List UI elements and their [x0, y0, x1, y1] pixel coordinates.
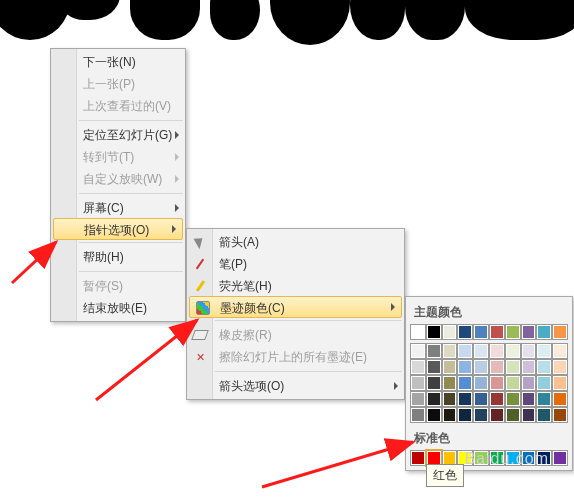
submenu-pointer-options: 箭头(A) 笔(P) 荧光笔(H) 墨迹颜色(C) 橡皮擦(R) 擦除幻灯片上的…: [186, 228, 405, 400]
mi-end-show[interactable]: 结束放映(E): [51, 297, 185, 319]
color-swatch[interactable]: [474, 408, 488, 422]
chevron-right-icon: [172, 225, 176, 233]
mi-custom-show: 自定义放映(W): [51, 168, 185, 190]
color-swatch[interactable]: [506, 408, 520, 422]
color-swatch[interactable]: [553, 451, 567, 465]
color-swatch[interactable]: [427, 392, 441, 406]
pen-icon: [192, 256, 208, 272]
mi-pointer-options[interactable]: 指针选项(O): [53, 218, 183, 240]
color-swatch[interactable]: [474, 376, 488, 390]
chevron-right-icon: [175, 153, 179, 161]
color-swatch[interactable]: [427, 451, 441, 465]
color-swatch[interactable]: [506, 392, 520, 406]
standard-colors-header: 标准色: [410, 427, 568, 450]
color-swatch[interactable]: [537, 325, 551, 339]
mi-pen[interactable]: 笔(P): [187, 253, 404, 275]
color-swatch[interactable]: [553, 360, 567, 374]
color-swatch[interactable]: [490, 344, 504, 358]
color-swatch[interactable]: [458, 360, 472, 374]
mi-goto-slide[interactable]: 定位至幻灯片(G): [51, 124, 185, 146]
color-swatch[interactable]: [427, 408, 441, 422]
color-tooltip: 红色: [426, 464, 464, 487]
cursor-icon: [192, 234, 208, 250]
mi-goto-section: 转到节(T): [51, 146, 185, 168]
color-swatch[interactable]: [506, 344, 520, 358]
mi-next-slide[interactable]: 下一张(N): [51, 51, 185, 73]
color-swatch[interactable]: [458, 392, 472, 406]
color-swatch[interactable]: [506, 376, 520, 390]
color-swatch[interactable]: [443, 325, 457, 339]
color-swatch[interactable]: [427, 344, 441, 358]
color-swatch[interactable]: [458, 376, 472, 390]
watermark: Baidu.com: [464, 450, 549, 468]
mi-help[interactable]: 帮助(H): [51, 246, 185, 268]
color-swatch[interactable]: [411, 376, 425, 390]
color-palette: 主题颜色 标准色: [405, 296, 573, 471]
color-swatch[interactable]: [411, 451, 425, 465]
color-swatch[interactable]: [553, 344, 567, 358]
color-swatch[interactable]: [490, 376, 504, 390]
color-swatch[interactable]: [411, 325, 425, 339]
color-swatch[interactable]: [553, 408, 567, 422]
color-swatch[interactable]: [553, 325, 567, 339]
erase-all-icon: [192, 349, 208, 365]
color-swatch[interactable]: [522, 408, 536, 422]
color-swatch[interactable]: [443, 360, 457, 374]
mi-arrow[interactable]: 箭头(A): [187, 231, 404, 253]
mi-screen[interactable]: 屏幕(C): [51, 197, 185, 219]
chevron-right-icon: [175, 204, 179, 212]
color-swatch[interactable]: [537, 392, 551, 406]
color-swatch[interactable]: [474, 325, 488, 339]
color-swatch[interactable]: [506, 360, 520, 374]
color-swatch[interactable]: [522, 344, 536, 358]
color-swatch[interactable]: [458, 344, 472, 358]
color-swatch[interactable]: [427, 376, 441, 390]
color-swatch[interactable]: [458, 408, 472, 422]
mi-erase-all: 擦除幻灯片上的所有墨迹(E): [187, 346, 404, 368]
highlighter-icon: [192, 278, 208, 294]
color-swatch[interactable]: [411, 360, 425, 374]
color-swatch[interactable]: [474, 392, 488, 406]
color-swatch[interactable]: [411, 392, 425, 406]
color-swatch[interactable]: [537, 376, 551, 390]
color-swatch[interactable]: [490, 325, 504, 339]
color-swatch[interactable]: [443, 392, 457, 406]
color-swatch[interactable]: [553, 376, 567, 390]
theme-colors-header: 主题颜色: [410, 301, 568, 324]
color-swatch[interactable]: [522, 325, 536, 339]
color-swatch[interactable]: [427, 325, 441, 339]
color-swatch[interactable]: [490, 360, 504, 374]
mi-highlighter[interactable]: 荧光笔(H): [187, 275, 404, 297]
mi-ink-color[interactable]: 墨迹颜色(C): [189, 296, 402, 318]
mi-prev-slide: 上一张(P): [51, 73, 185, 95]
chevron-right-icon: [394, 382, 398, 390]
color-swatch[interactable]: [458, 325, 472, 339]
color-swatch[interactable]: [522, 360, 536, 374]
chevron-right-icon: [175, 131, 179, 139]
mi-arrow-options[interactable]: 箭头选项(O): [187, 375, 404, 397]
color-swatch[interactable]: [522, 392, 536, 406]
color-swatch[interactable]: [553, 392, 567, 406]
color-swatch[interactable]: [490, 408, 504, 422]
color-swatch[interactable]: [443, 344, 457, 358]
color-swatch[interactable]: [506, 325, 520, 339]
color-swatch[interactable]: [522, 376, 536, 390]
color-swatch[interactable]: [411, 344, 425, 358]
mi-eraser: 橡皮擦(R): [187, 324, 404, 346]
color-swatch[interactable]: [490, 392, 504, 406]
eraser-icon: [192, 327, 208, 343]
color-swatch[interactable]: [537, 344, 551, 358]
color-swatch[interactable]: [474, 344, 488, 358]
color-swatch[interactable]: [474, 360, 488, 374]
color-swatch[interactable]: [443, 408, 457, 422]
color-swatch[interactable]: [411, 408, 425, 422]
mi-last-viewed: 上次查看过的(V): [51, 95, 185, 117]
color-swatch[interactable]: [427, 360, 441, 374]
color-swatch[interactable]: [443, 376, 457, 390]
color-swatch[interactable]: [443, 451, 457, 465]
chevron-right-icon: [391, 303, 395, 311]
chevron-right-icon: [175, 175, 179, 183]
color-swatch[interactable]: [537, 408, 551, 422]
mi-pause: 暂停(S): [51, 275, 185, 297]
color-swatch[interactable]: [537, 360, 551, 374]
